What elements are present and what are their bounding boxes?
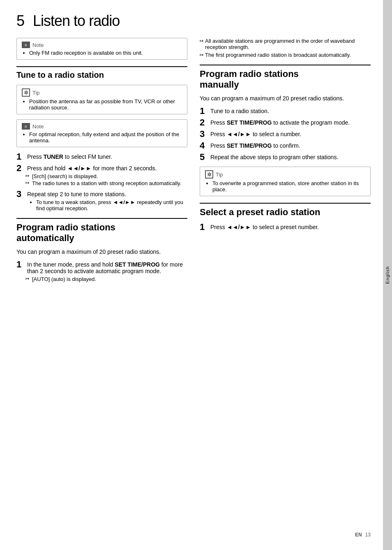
tune-step-3-sub: To tune to a weak station, press ◄◄/►► r…	[27, 199, 187, 211]
page: English 5 Listen to radio ≡ Note Only FM…	[0, 0, 392, 550]
tune-step-3: 3 Repeat step 2 to tune to more stations…	[16, 190, 187, 211]
tip-header-1: ✲ Tip	[22, 88, 182, 97]
note-box-1: ≡ Note Only FM radio reception is availa…	[16, 38, 187, 60]
manual-step-4-content: Press SET TIME/PROG to confirm.	[210, 141, 371, 150]
tip-icon-1: ✲	[22, 88, 30, 97]
tip-header-manual: ✲ Tip	[205, 170, 365, 179]
left-column: ≡ Note Only FM radio reception is availa…	[16, 38, 187, 524]
top-bullet-1: All available stations are programmed in…	[200, 38, 371, 50]
note-label-1: Note	[32, 42, 44, 48]
manual-step-1-content: Tune to a radio station.	[210, 107, 371, 116]
note-header-2: ≡ Note	[22, 123, 182, 130]
note-label-2: Note	[32, 123, 44, 130]
note-icon-2: ≡	[22, 123, 30, 130]
tip-item-manual-1: To overwrite a programmed station, store…	[212, 180, 365, 193]
tip-list-1: Position the antenna as far as possible …	[22, 98, 182, 111]
program-auto-step-1: 1 In the tuner mode, press and hold SET …	[16, 260, 187, 283]
tip-label-1: Tip	[32, 90, 40, 96]
tune-step-2-bullet-1: [Srch] (search) is displayed.	[27, 173, 187, 179]
page-title: 5 Listen to radio	[16, 12, 371, 30]
top-bullet-2: The first programmed radio station is br…	[200, 52, 371, 58]
select-step-1-content: Press ◄◄/►► to select a preset number.	[210, 223, 371, 232]
main-content: 5 Listen to radio ≡ Note Only FM radio r…	[0, 0, 383, 550]
tune-step-1-bold: TUNER	[44, 153, 63, 160]
tune-step-2-bold: ◄◄/►►	[67, 165, 91, 172]
program-auto-step-1-bullet-1: [AUTO] (auto) is displayed.	[27, 276, 187, 282]
tip-box-1: ✲ Tip Position the antenna as far as pos…	[16, 85, 187, 114]
manual-step-2-content: Press SET TIME/PROG to activate the prog…	[210, 118, 371, 127]
tune-step-2-num: 2	[16, 164, 24, 187]
tune-steps: 1 Press TUNER to select FM tuner. 2 Pres…	[16, 152, 187, 211]
footer-lang: EN	[355, 532, 362, 538]
note-item-1-1: Only FM radio reception is available on …	[29, 50, 182, 56]
manual-step-1: 1 Tune to a radio station.	[200, 107, 371, 116]
note-box-2: ≡ Note For optimal reception, fully exte…	[16, 119, 187, 147]
two-col-layout: ≡ Note Only FM radio reception is availa…	[16, 38, 371, 524]
manual-step-3: 3 Press ◄◄/►► to select a number.	[200, 130, 371, 139]
program-auto-steps: 1 In the tuner mode, press and hold SET …	[16, 260, 187, 283]
program-auto-intro: You can program a maximum of 20 preset r…	[16, 248, 187, 255]
tune-step-2-bullets: [Srch] (search) is displayed. The radio …	[27, 173, 187, 186]
tip-item-1-1: Position the antenna as far as possible …	[29, 98, 182, 111]
tip-box-manual: ✲ Tip To overwrite a programmed station,…	[200, 167, 371, 196]
note-icon-1: ≡	[22, 42, 30, 48]
manual-step-1-num: 1	[200, 107, 207, 116]
select-preset-steps: 1 Press ◄◄/►► to select a preset number.	[200, 223, 371, 232]
program-auto-step-1-bullets: [AUTO] (auto) is displayed.	[27, 276, 187, 282]
program-manual-steps: 1 Tune to a radio station. 2 Press SET T…	[200, 107, 371, 162]
program-manual-title: Program radio stations manually	[200, 65, 371, 90]
footer-page-num: 13	[365, 532, 371, 538]
select-step-1-num: 1	[200, 223, 207, 232]
side-tab-label: English	[385, 266, 390, 284]
tune-step-3-sub-1: To tune to a weak station, press ◄◄/►► r…	[36, 199, 187, 211]
tune-step-1: 1 Press TUNER to select FM tuner.	[16, 152, 187, 161]
tune-step-2: 2 Press and hold ◄◄/►► for more than 2 s…	[16, 164, 187, 187]
tune-section-title: Tune to a radio station	[16, 66, 187, 80]
side-tab: English	[383, 0, 392, 550]
tune-step-3-content: Repeat step 2 to tune to more stations. …	[27, 190, 187, 211]
program-auto-title: Program radio stations automatically	[16, 218, 187, 244]
manual-step-4: 4 Press SET TIME/PROG to confirm.	[200, 141, 371, 150]
tip-list-manual: To overwrite a programmed station, store…	[205, 180, 365, 193]
tune-step-2-content: Press and hold ◄◄/►► for more than 2 sec…	[27, 164, 187, 187]
program-manual-intro: You can program a maximum of 20 preset r…	[200, 95, 371, 102]
select-step-1: 1 Press ◄◄/►► to select a preset number.	[200, 223, 371, 232]
manual-step-2: 2 Press SET TIME/PROG to activate the pr…	[200, 118, 371, 127]
title-text: Listen to radio	[33, 12, 120, 29]
manual-step-5-content: Repeat the above steps to program other …	[210, 153, 371, 162]
tune-step-1-content: Press TUNER to select FM tuner.	[27, 152, 187, 161]
right-column: All available stations are programmed in…	[200, 38, 371, 524]
note-list-2: For optimal reception, fully extend and …	[22, 131, 182, 144]
tune-step-2-bullet-2: The radio tunes to a station with strong…	[27, 180, 187, 186]
note-list-1: Only FM radio reception is available on …	[22, 50, 182, 56]
tune-step-3-num: 3	[16, 190, 24, 211]
program-auto-step-1-num: 1	[16, 260, 24, 283]
program-auto-step-1-content: In the tuner mode, press and hold SET TI…	[27, 260, 187, 283]
manual-step-4-num: 4	[200, 141, 207, 150]
note-item-2-1: For optimal reception, fully extend and …	[29, 131, 182, 144]
select-preset-title: Select a preset radio station	[200, 203, 371, 218]
tune-step-1-num: 1	[16, 152, 24, 161]
manual-step-5: 5 Repeat the above steps to program othe…	[200, 153, 371, 162]
page-footer: EN 13	[16, 524, 371, 538]
manual-step-2-num: 2	[200, 118, 207, 127]
manual-step-5-num: 5	[200, 153, 207, 162]
tip-icon-manual: ✲	[205, 170, 213, 179]
title-num: 5	[16, 12, 24, 29]
manual-step-3-content: Press ◄◄/►► to select a number.	[210, 130, 371, 139]
note-header-1: ≡ Note	[22, 42, 182, 48]
manual-step-3-num: 3	[200, 130, 207, 139]
tip-label-manual: Tip	[216, 172, 223, 178]
top-bullets: All available stations are programmed in…	[200, 38, 371, 58]
